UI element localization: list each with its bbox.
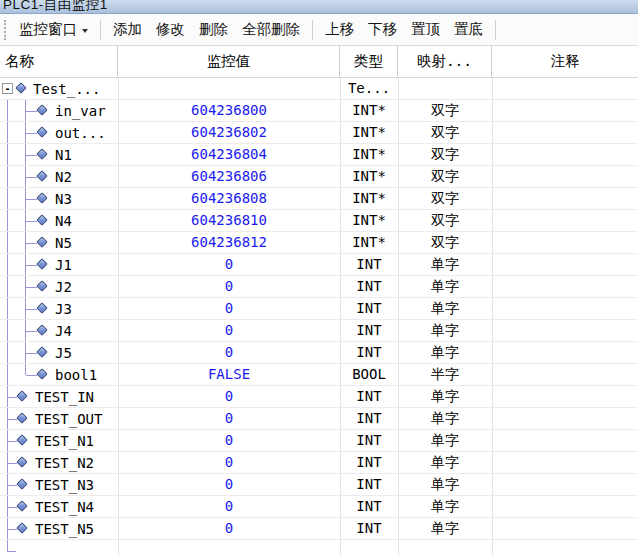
comment-cell [492,210,638,231]
column-header-comment[interactable]: 注释 [492,46,638,77]
type-cell: INT [340,474,398,495]
delete-all-button[interactable]: 全部删除 [235,16,307,43]
table-row[interactable]: N4 604236810 INT* 双字 [0,210,638,232]
name-cell: TEST_IN [0,386,118,407]
table-row[interactable]: bool1 FALSE BOOL 半字 [0,364,638,386]
column-header-type[interactable]: 类型 [340,46,398,77]
move-to-top-button[interactable]: 置顶 [404,16,447,43]
mapping-cell: 双字 [398,210,492,231]
comment-cell [492,298,638,319]
type-cell: INT [340,496,398,517]
type-cell: INT [340,452,398,473]
type-cell: INT* [340,188,398,209]
variable-diamond-icon [36,126,47,137]
table-row[interactable]: in_var 604236800 INT* 双字 [0,100,638,122]
name-cell: N1 [0,144,118,165]
value-cell: 604236806 [118,166,340,187]
table-row[interactable]: TEST_N2 0 INT 单字 [0,452,638,474]
comment-cell [492,232,638,253]
comment-cell [492,518,638,539]
type-cell: INT* [340,144,398,165]
table-row[interactable]: J4 0 INT 单字 [0,320,638,342]
name-cell: J4 [0,320,118,341]
mapping-cell [398,78,492,99]
type-cell: BOOL [340,364,398,385]
value-cell: 0 [118,254,340,275]
table-row[interactable]: TEST_N1 0 INT 单字 [0,430,638,452]
variable-name-label: TEST_IN [35,386,94,407]
name-cell: N4 [0,210,118,231]
move-to-bottom-button[interactable]: 置底 [447,16,490,43]
name-cell: TEST_N5 [0,518,118,539]
name-cell: N5 [0,232,118,253]
table-row-partial[interactable] [0,540,638,556]
table-row[interactable]: TEST_N4 0 INT 单字 [0,496,638,518]
monitor-window: PLC1-自由监控1 监控窗口 添加 修改 删除 全部删除 上移 下移 置顶 置… [0,0,638,556]
variable-diamond-icon [36,170,47,181]
variable-diamond-icon [16,412,27,423]
table-row[interactable]: -Test_... Te... [0,78,638,100]
variable-diamond-icon [16,500,27,511]
watch-table: -Test_... Te... in_var 604236800 INT* 双字… [0,78,638,556]
mapping-cell: 双字 [398,232,492,253]
type-cell [340,540,398,556]
comment-cell [492,188,638,209]
tree-collapse-toggle[interactable]: - [2,83,13,94]
move-down-button[interactable]: 下移 [361,16,404,43]
comment-cell [492,540,638,556]
mapping-cell: 半字 [398,364,492,385]
add-button[interactable]: 添加 [106,16,149,43]
table-row[interactable]: out... 604236802 INT* 双字 [0,122,638,144]
name-cell: TEST_OUT [0,408,118,429]
move-up-button[interactable]: 上移 [318,16,361,43]
name-cell: N2 [0,166,118,187]
variable-diamond-icon [15,82,26,93]
mapping-cell: 单字 [398,276,492,297]
column-header-mapping[interactable]: 映射... [398,46,492,77]
mapping-cell: 双字 [398,144,492,165]
column-header-value[interactable]: 监控值 [118,46,340,77]
variable-name-label: N1 [55,144,72,165]
table-row[interactable]: N5 604236812 INT* 双字 [0,232,638,254]
table-row[interactable]: J5 0 INT 单字 [0,342,638,364]
table-row[interactable]: TEST_N5 0 INT 单字 [0,518,638,540]
variable-diamond-icon [36,214,47,225]
name-cell [0,540,118,556]
type-cell: INT [340,320,398,341]
modify-button[interactable]: 修改 [149,16,192,43]
toolbar-separator [495,20,496,40]
name-cell: in_var [0,100,118,121]
monitor-window-menu-button[interactable]: 监控窗口 [12,16,95,43]
value-cell: 604236802 [118,122,340,143]
toolbar-separator [312,20,313,40]
table-row[interactable]: J2 0 INT 单字 [0,276,638,298]
variable-diamond-icon [36,280,47,291]
table-row[interactable]: J1 0 INT 单字 [0,254,638,276]
table-row[interactable]: TEST_OUT 0 INT 单字 [0,408,638,430]
mapping-cell: 双字 [398,100,492,121]
value-cell: 0 [118,342,340,363]
window-title-bar[interactable]: PLC1-自由监控1 [0,0,638,14]
mapping-cell: 单字 [398,408,492,429]
table-row[interactable]: N1 604236804 INT* 双字 [0,144,638,166]
type-cell: INT* [340,100,398,121]
column-header-name[interactable]: 名称 [0,46,118,77]
table-row[interactable]: N2 604236806 INT* 双字 [0,166,638,188]
table-row[interactable]: TEST_N3 0 INT 单字 [0,474,638,496]
variable-diamond-icon [36,368,47,379]
table-row[interactable]: N3 604236808 INT* 双字 [0,188,638,210]
variable-name-label: TEST_N3 [35,474,94,495]
table-row[interactable]: J3 0 INT 单字 [0,298,638,320]
toolbar-grip-handle[interactable] [4,20,8,40]
value-cell [118,540,340,556]
variable-name-label: TEST_N4 [35,496,94,517]
name-cell: J1 [0,254,118,275]
variable-name-label: Test_... [33,78,100,99]
value-cell: 0 [118,408,340,429]
delete-button[interactable]: 删除 [192,16,235,43]
value-cell: 0 [118,452,340,473]
variable-diamond-icon [36,258,47,269]
value-cell: 604236810 [118,210,340,231]
type-cell: INT [340,254,398,275]
table-row[interactable]: TEST_IN 0 INT 单字 [0,386,638,408]
